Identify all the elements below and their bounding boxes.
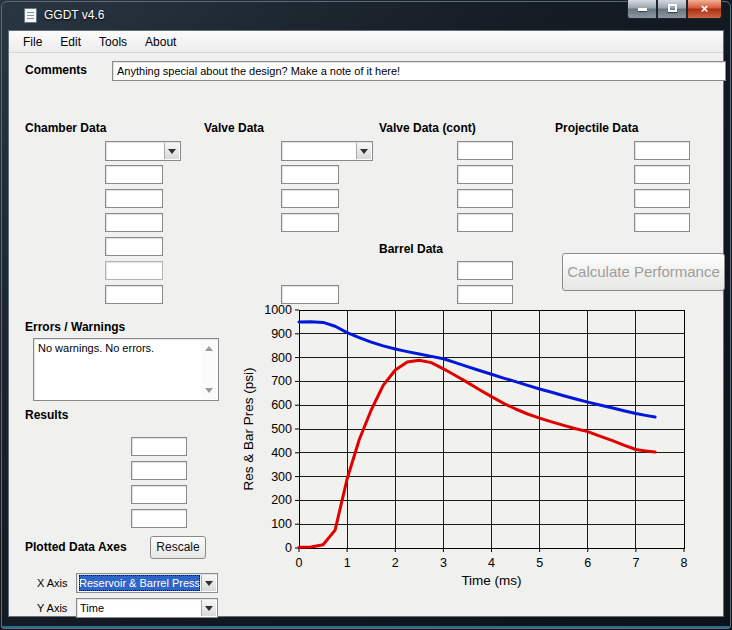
minimize-icon (638, 8, 647, 11)
errors-warnings-textbox[interactable]: No warnings. No errors. (33, 338, 219, 401)
menu-edit[interactable]: Edit (51, 32, 90, 52)
mass-field[interactable] (634, 165, 690, 184)
seat-diam-field[interactable] (281, 213, 339, 232)
comments-input[interactable]: Anything special about the design? Make … (112, 61, 726, 81)
x-axis-combo-button[interactable] (201, 575, 216, 591)
chevron-down-icon (205, 606, 213, 611)
results-header: Results (25, 408, 68, 422)
of-valves-field[interactable] (281, 165, 339, 184)
x-axis-combo[interactable]: Reservoir & Barrel Pressu (76, 573, 218, 593)
menu-bar: FileEditToolsAbout (9, 31, 723, 53)
pressure-drop-field[interactable] (131, 461, 187, 480)
length-field[interactable] (457, 285, 513, 304)
close-icon: × (701, 1, 709, 16)
valve-type-combo[interactable] (281, 141, 373, 161)
inner-diam-field[interactable] (105, 237, 163, 256)
comments-label: Comments (25, 63, 87, 77)
title-bar[interactable]: GGDT v4.6 × (0, 0, 732, 30)
length-field[interactable] (105, 261, 163, 280)
dead-volume-field[interactable] (281, 285, 339, 304)
chamber-data-header: Chamber Data (25, 121, 106, 135)
piston-mass-field[interactable] (457, 165, 513, 184)
valve-type-combo-value (285, 143, 356, 159)
window-frame-accent (2, 626, 730, 628)
valve-type-combo-button[interactable] (356, 143, 371, 159)
app-icon (24, 8, 37, 23)
initial-position-field[interactable] (634, 213, 690, 232)
x-axis-label: X Axis (37, 577, 68, 589)
menu-about[interactable]: About (136, 32, 185, 52)
friction-field[interactable] (634, 141, 690, 160)
rescale-button[interactable]: Rescale (150, 536, 206, 559)
maximize-icon (668, 4, 677, 12)
volume-field[interactable] (105, 285, 163, 304)
muzzle-velocity-field[interactable] (131, 509, 187, 528)
calculate-performance-button[interactable]: Calculate Performance (562, 253, 725, 291)
piston-diam-field[interactable] (457, 141, 513, 160)
maximize-button[interactable] (657, 0, 687, 19)
menu-file[interactable]: File (14, 32, 51, 52)
valve-data-header: Valve Data (204, 121, 264, 135)
bore-field[interactable] (457, 261, 513, 280)
travel-time-field[interactable] (131, 437, 187, 456)
vent-diam-field[interactable] (457, 189, 513, 208)
temperature-field[interactable] (105, 165, 163, 184)
scroll-up-icon[interactable] (205, 346, 213, 351)
scroll-down-icon[interactable] (205, 388, 213, 393)
y-axis-label: Y Axis (37, 602, 67, 614)
close-button[interactable]: × (687, 0, 722, 19)
y-axis-combo-value: Time (80, 600, 201, 616)
plotted-data-axes-header: Plotted Data Axes (25, 540, 127, 554)
gas-combo-button[interactable] (164, 143, 179, 159)
chevron-down-icon (205, 581, 213, 586)
chevron-down-icon (168, 149, 176, 154)
minimize-button[interactable] (627, 0, 657, 19)
client-area: FileEditToolsAbout Comments Anything spe… (8, 30, 724, 617)
muzzle-energy-field[interactable] (131, 485, 187, 504)
menu-tools[interactable]: Tools (90, 32, 136, 52)
diameter-field[interactable] (634, 189, 690, 208)
projectile-data-header: Projectile Data (555, 121, 638, 135)
form-area: Comments Anything special about the desi… (9, 54, 723, 616)
errors-warnings-text: No warnings. No errors. (38, 342, 154, 354)
errors-warnings-header: Errors / Warnings (25, 320, 125, 334)
barrel-data-header: Barrel Data (379, 242, 443, 256)
window-title: GGDT v4.6 (44, 8, 104, 22)
flow-coef-field[interactable] (281, 189, 339, 208)
gas-combo[interactable] (105, 141, 181, 161)
valve-data-cont-header: Valve Data (cont) (379, 121, 476, 135)
outer-diam-field[interactable] (105, 213, 163, 232)
x-axis-combo-value: Reservoir & Barrel Pressu (79, 575, 200, 591)
scrollbar[interactable] (201, 340, 217, 399)
y-axis-combo-button[interactable] (201, 600, 216, 616)
app-window: GGDT v4.6 × FileEditToolsAbout Comments … (0, 0, 732, 630)
pilot-volume-field[interactable] (457, 213, 513, 232)
chevron-down-icon (360, 149, 368, 154)
gas-combo-value (109, 143, 164, 159)
y-axis-combo[interactable]: Time (76, 598, 218, 618)
pressure-field[interactable] (105, 189, 163, 208)
